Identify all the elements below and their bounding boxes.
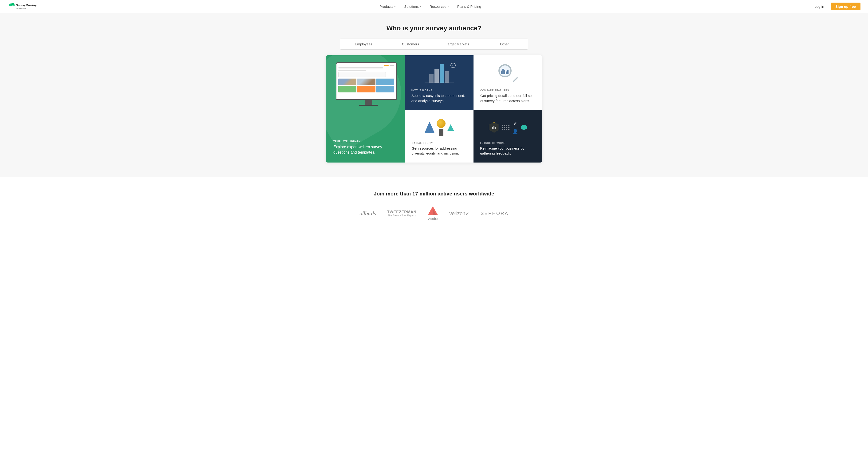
- check-icon: ✓: [513, 121, 517, 126]
- main-content: Who is your survey audience? Employees C…: [0, 13, 868, 177]
- grid-dots-icon: [502, 125, 509, 130]
- signup-button[interactable]: Sign up free: [831, 3, 861, 10]
- nav-resources-label: Resources: [430, 4, 446, 8]
- main-nav: Products ▾ Solutions ▾ Resources ▾ Plans…: [50, 3, 811, 10]
- adobe-text: Adobe: [428, 217, 437, 221]
- nav-solutions[interactable]: Solutions ▾: [400, 3, 425, 10]
- teal-triangle-icon: [447, 124, 454, 131]
- card-how-content: HOW IT WORKS See how easy it is to creat…: [411, 89, 467, 103]
- tab-other[interactable]: Other: [481, 39, 528, 50]
- nav-resources-chevron: ▾: [447, 5, 449, 8]
- content-grid: TEMPLATE LIBRARY Explore expert-written …: [326, 55, 542, 162]
- card-future-category: FUTURE OF WORK: [480, 142, 535, 144]
- allbirds-logo: allbirds: [360, 210, 376, 217]
- card-future-desc: Reimagine your business by gathering fee…: [480, 146, 535, 156]
- card-equity-category: RACIAL EQUITY: [412, 142, 467, 144]
- card-future-visual: ✓ 👤: [480, 117, 535, 138]
- svg-point-2: [13, 4, 15, 6]
- card-how-category: HOW IT WORKS: [411, 89, 467, 92]
- tab-target-markets[interactable]: Target Markets: [434, 39, 481, 50]
- card-template-desc: Explore expert-written survey questions …: [333, 144, 397, 155]
- card-how-it-works[interactable]: ✓ HOW IT WORKS See how easy it is to cre…: [405, 55, 473, 110]
- brand-verizon: verizon✓: [449, 211, 469, 217]
- card-future-content: FUTURE OF WORK Reimagine your business b…: [480, 142, 535, 156]
- tweezerman-sub-logo: The Beauty Tool Experts: [387, 214, 416, 217]
- card-template-content: TEMPLATE LIBRARY Explore expert-written …: [333, 140, 397, 155]
- logo[interactable]: SurveyMonkey by momentive: [7, 2, 40, 11]
- card-racial-equity[interactable]: RACIAL EQUITY Get resources for addressi…: [405, 110, 473, 163]
- bottom-section: Join more than 17 million active users w…: [0, 177, 868, 232]
- navbar: SurveyMonkey by momentive Products ▾ Sol…: [0, 0, 868, 13]
- checkmark-icon: ✓: [451, 63, 456, 68]
- pyramid-icon: [424, 122, 435, 133]
- card-compare-content: COMPARE FEATURES Get pricing details and…: [480, 89, 535, 103]
- brand-allbirds: allbirds: [360, 210, 376, 217]
- join-title: Join more than 17 million active users w…: [5, 191, 863, 197]
- svg-text:SurveyMonkey: SurveyMonkey: [16, 4, 37, 7]
- tweezerman-logo: TWEEZERMAN: [387, 210, 416, 214]
- brand-tweezerman: TWEEZERMAN The Beauty Tool Experts: [387, 210, 416, 217]
- platform-icon: [439, 129, 443, 136]
- card-equity-visual: [412, 117, 467, 138]
- card-compare-desc: Get pricing details and our full set of …: [480, 93, 535, 103]
- card-template-library[interactable]: TEMPLATE LIBRARY Explore expert-written …: [326, 55, 405, 162]
- sephora-logo: SEPHORA: [480, 211, 508, 216]
- brand-logos: allbirds TWEEZERMAN The Beauty Tool Expe…: [5, 206, 863, 221]
- svg-text:by momentive: by momentive: [16, 7, 26, 9]
- nav-resources[interactable]: Resources ▾: [426, 3, 453, 10]
- tab-employees[interactable]: Employees: [340, 39, 387, 50]
- audience-tabs: Employees Customers Target Markets Other: [340, 38, 528, 50]
- balance-icon: [424, 119, 454, 136]
- hexagon-icon: [489, 122, 499, 133]
- nav-products-label: Products: [379, 4, 393, 8]
- card-equity-content: RACIAL EQUITY Get resources for addressi…: [412, 142, 467, 156]
- adobe-icon: [428, 206, 438, 215]
- card-compare-visual: [480, 62, 535, 85]
- navbar-actions: Log in Sign up free: [811, 3, 861, 10]
- nav-products[interactable]: Products ▾: [376, 3, 399, 10]
- card-compare-features[interactable]: COMPARE FEATURES Get pricing details and…: [473, 55, 542, 110]
- verizon-logo: verizon✓: [449, 211, 469, 217]
- tab-customers[interactable]: Customers: [387, 39, 434, 50]
- magnifier-icon: [498, 64, 517, 83]
- monitor-illustration: [336, 62, 402, 106]
- teal-hex-icon: [521, 125, 527, 130]
- bar-chart-small-icon: [492, 126, 496, 129]
- sphere-icon: [437, 119, 445, 128]
- nav-solutions-label: Solutions: [404, 4, 419, 8]
- card-equity-desc: Get resources for addressing diversity, …: [412, 146, 467, 156]
- monitor-screen: [336, 62, 397, 100]
- card-future-of-work[interactable]: ✓ 👤 FUTURE OF WORK Reimagine your busine…: [473, 110, 542, 163]
- card-compare-category: COMPARE FEATURES: [480, 89, 535, 92]
- login-button[interactable]: Log in: [811, 3, 828, 10]
- brand-sephora: SEPHORA: [480, 211, 508, 216]
- person-icon: 👤: [512, 129, 518, 134]
- nav-products-chevron: ▾: [394, 5, 396, 8]
- card-template-category: TEMPLATE LIBRARY: [333, 140, 397, 143]
- section-title: Who is your survey audience?: [5, 25, 863, 32]
- nav-pricing-label: Plans & Pricing: [457, 4, 481, 8]
- nav-solutions-chevron: ▾: [420, 5, 421, 8]
- card-how-desc: See how easy it is to create, send, and …: [411, 93, 467, 103]
- card-how-visual: ✓: [411, 62, 467, 85]
- nav-pricing[interactable]: Plans & Pricing: [454, 3, 485, 10]
- brand-adobe: Adobe: [428, 206, 438, 221]
